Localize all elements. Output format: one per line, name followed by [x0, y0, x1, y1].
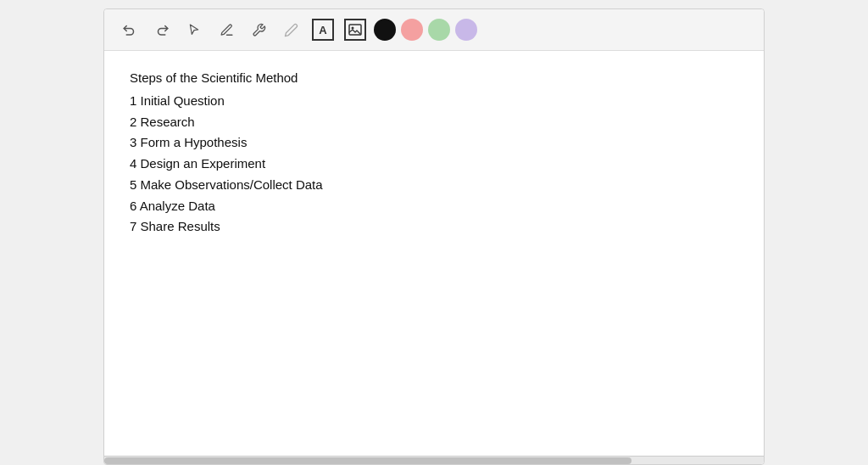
- redo-icon: [154, 22, 170, 37]
- color-black[interactable]: [374, 19, 396, 41]
- text-button[interactable]: A: [309, 16, 337, 43]
- content-title: Steps of the Scientific Method: [130, 68, 738, 89]
- content-text: Steps of the Scientific Method 1 Initial…: [130, 68, 738, 238]
- list-item: 2 Research: [130, 112, 738, 133]
- undo-icon: [122, 22, 137, 37]
- image-icon: [348, 24, 362, 36]
- svg-point-1: [352, 27, 354, 30]
- list-item: 6 Analyze Data: [130, 196, 738, 217]
- tools-icon: [252, 23, 266, 37]
- redo-button[interactable]: [148, 16, 175, 43]
- canvas-area: Steps of the Scientific Method 1 Initial…: [104, 51, 764, 456]
- list-item: 3 Form a Hypothesis: [130, 132, 738, 154]
- pencil-icon: [220, 23, 234, 37]
- canvas-container: A Steps of the Scientific Method 1 Initi…: [103, 8, 765, 465]
- content-items: 1 Initial Question2 Research3 Form a Hyp…: [130, 91, 738, 238]
- list-item: 7 Share Results: [130, 216, 738, 238]
- pen-button[interactable]: [277, 16, 304, 43]
- tools-button[interactable]: [245, 16, 272, 43]
- list-item: 5 Make Observations/Collect Data: [130, 175, 738, 196]
- list-item: 1 Initial Question: [130, 91, 738, 112]
- image-tool-icon: [344, 19, 366, 41]
- color-pink[interactable]: [401, 19, 423, 41]
- scrollbar[interactable]: [104, 456, 764, 464]
- text-tool-icon: A: [312, 19, 334, 41]
- pen-icon: [284, 23, 298, 37]
- scrollbar-thumb: [104, 457, 632, 464]
- color-green[interactable]: [428, 19, 450, 41]
- toolbar: A: [104, 9, 764, 51]
- select-button[interactable]: [181, 16, 208, 43]
- undo-button[interactable]: [116, 16, 143, 43]
- draw-button[interactable]: [213, 16, 240, 43]
- image-button[interactable]: [342, 16, 369, 43]
- color-purple[interactable]: [455, 19, 477, 41]
- list-item: 4 Design an Experiment: [130, 154, 738, 175]
- arrow-icon: [187, 23, 201, 36]
